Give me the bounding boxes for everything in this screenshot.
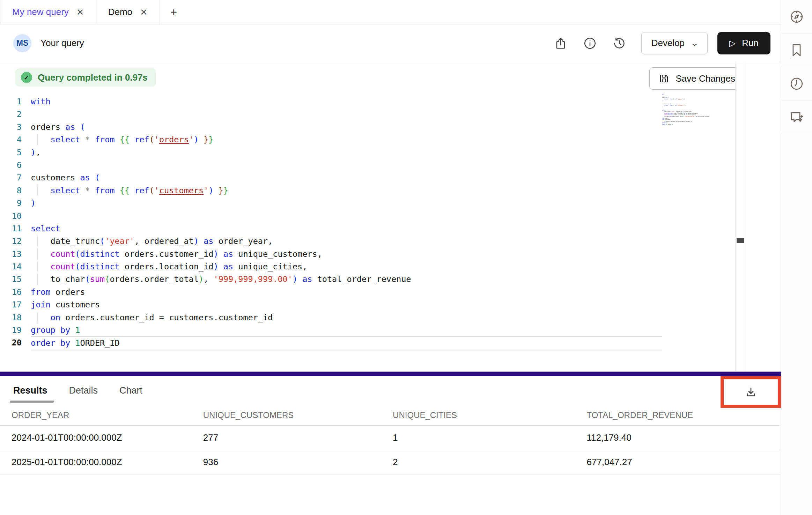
tab-results[interactable]: Results <box>13 376 47 405</box>
line-number: 4 <box>0 133 22 146</box>
clock-icon[interactable] <box>781 67 812 100</box>
editor-scrollbar[interactable] <box>735 62 745 372</box>
column-header: UNIQUE_CUSTOMERS <box>203 410 393 420</box>
download-icon[interactable] <box>745 386 757 398</box>
table-cell: 1 <box>393 432 586 443</box>
column-header: TOTAL_ORDER_REVENUE <box>586 410 781 420</box>
close-icon[interactable]: ✕ <box>140 8 148 17</box>
compass-icon[interactable] <box>781 0 812 33</box>
table-cell: 677,047.27 <box>586 457 781 468</box>
scrollbar-thumb[interactable] <box>737 238 744 243</box>
app-window: My new query ✕ Demo ✕ + MS Your query <box>0 0 812 515</box>
tab-demo[interactable]: Demo ✕ <box>96 0 160 24</box>
table-cell: 2025-01-01T00:00:00.000Z <box>12 457 203 468</box>
tab-details[interactable]: Details <box>69 376 98 405</box>
line-number: 2 <box>0 108 22 120</box>
history-icon[interactable] <box>613 37 626 50</box>
line-number: 10 <box>0 210 22 222</box>
line-number: 3 <box>0 121 22 133</box>
table-cell: 2 <box>393 457 586 468</box>
line-number: 7 <box>0 171 22 184</box>
play-icon: ▷ <box>729 38 736 48</box>
column-header: UNIQUE_CITIES <box>393 410 586 420</box>
main-pane: My new query ✕ Demo ✕ + MS Your query <box>0 0 781 515</box>
tab-label: Demo <box>108 7 132 17</box>
table-cell: 112,179.40 <box>586 432 781 443</box>
develop-dropdown[interactable]: Develop ⌄ <box>641 32 708 54</box>
line-number: 6 <box>0 159 22 171</box>
results-tab-bar: Results Details Chart <box>0 376 781 405</box>
sql-editor[interactable]: ✓ Query completed in 0.97s Save Changes … <box>0 62 781 372</box>
develop-label: Develop <box>651 38 685 48</box>
share-icon[interactable] <box>554 37 567 50</box>
status-badge: ✓ Query completed in 0.97s <box>15 68 156 87</box>
minimap[interactable]: withorders as ( select * from {{ ref('or… <box>662 94 735 359</box>
line-number: 12 <box>0 235 22 247</box>
column-header: ORDER_YEAR <box>12 410 203 420</box>
save-changes-button[interactable]: Save Changes <box>649 67 745 90</box>
code-line[interactable]: order by 1ORDER_ID <box>662 124 735 125</box>
tab-bar: My new query ✕ Demo ✕ + <box>0 0 781 24</box>
tab-my-new-query[interactable]: My new query ✕ <box>0 0 96 24</box>
table-header-row: ORDER_YEARUNIQUE_CUSTOMERSUNIQUE_CITIEST… <box>0 405 781 426</box>
table-cell: 936 <box>203 457 393 468</box>
page-title: Your query <box>40 38 84 48</box>
table-row[interactable]: 2024-01-01T00:00:00.000Z2771112,179.40 <box>0 426 781 450</box>
line-number: 11 <box>0 222 22 235</box>
save-icon <box>659 73 669 84</box>
save-label: Save Changes <box>676 73 735 84</box>
line-number: 20 <box>0 336 22 349</box>
query-header: MS Your query Develop ⌄ <box>0 24 781 62</box>
info-icon[interactable] <box>583 37 597 50</box>
line-number: 8 <box>0 184 22 197</box>
run-label: Run <box>742 38 759 48</box>
table-row[interactable]: 2025-01-01T00:00:00.000Z9362677,047.27 <box>0 450 781 475</box>
line-number: 14 <box>0 260 22 273</box>
chevron-down-icon: ⌄ <box>691 39 699 47</box>
line-number: 9 <box>0 197 22 209</box>
line-number: 13 <box>0 248 22 260</box>
right-icon-sidebar <box>781 0 812 515</box>
table-cell: 277 <box>203 432 393 443</box>
tab-chart[interactable]: Chart <box>119 376 142 405</box>
annotation-highlight-box <box>721 376 781 408</box>
new-tab-button[interactable]: + <box>160 0 188 24</box>
line-number: 16 <box>0 286 22 298</box>
bookmark-icon[interactable] <box>781 33 812 67</box>
pane-resize-handle[interactable] <box>0 372 781 376</box>
run-button[interactable]: ▷ Run <box>717 32 770 54</box>
line-number: 1 <box>0 95 22 108</box>
check-icon: ✓ <box>21 72 32 83</box>
avatar: MS <box>13 34 31 52</box>
results-panel: Results Details Chart ORDER_YEARUNIQUE_C… <box>0 376 781 515</box>
line-number: 19 <box>0 324 22 336</box>
close-icon[interactable]: ✕ <box>76 8 84 17</box>
line-number: 18 <box>0 311 22 324</box>
line-number: 17 <box>0 298 22 311</box>
line-number: 15 <box>0 273 22 285</box>
line-number: 5 <box>0 146 22 159</box>
table-cell: 2024-01-01T00:00:00.000Z <box>12 432 203 443</box>
tab-label: My new query <box>12 7 69 17</box>
status-text: Query completed in 0.97s <box>38 72 148 83</box>
results-table: ORDER_YEARUNIQUE_CUSTOMERSUNIQUE_CITIEST… <box>0 405 781 475</box>
chat-sparkle-icon[interactable] <box>781 100 812 134</box>
